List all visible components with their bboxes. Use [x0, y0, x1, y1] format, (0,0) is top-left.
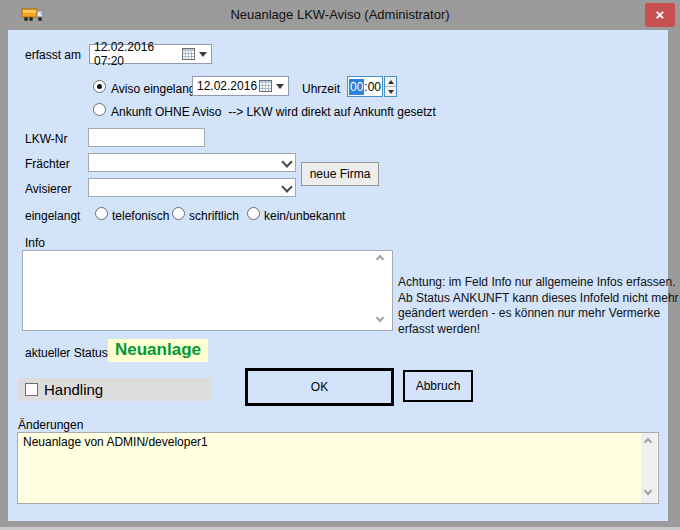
- chevron-down-icon: [281, 181, 292, 192]
- fraechter-label: Frächter: [25, 157, 70, 171]
- warning-line: erfasst werden!: [398, 322, 679, 338]
- spinner-down-button[interactable]: [385, 87, 396, 96]
- abbruch-button[interactable]: Abbruch: [403, 370, 473, 402]
- arrow-up-icon: [388, 80, 394, 84]
- aviso-date-picker[interactable]: 12.02.2016: [192, 76, 289, 96]
- spinner-up-button[interactable]: [385, 77, 396, 87]
- arrow-down-icon: [388, 90, 394, 94]
- window-title: Neuanlage LKW-Aviso (Administrator): [0, 0, 680, 30]
- radio-schriftlich[interactable]: [172, 207, 185, 220]
- radio-ankunft-ohne-aviso-label: Ankunft OHNE Aviso --> LKW wird direkt a…: [111, 105, 436, 119]
- ok-button[interactable]: OK: [245, 368, 394, 406]
- aviso-date-value: 12.02.2016: [197, 79, 257, 93]
- lkw-nr-input[interactable]: [88, 128, 205, 147]
- neue-firma-button[interactable]: neue Firma: [301, 162, 379, 186]
- warning-line: Ab Status ANKUNFT kann dieses Infofeld n…: [398, 291, 679, 307]
- lkw-nr-label: LKW-Nr: [25, 132, 67, 146]
- erfasst-am-value: 12.02.2016 07:20: [94, 40, 182, 68]
- close-button[interactable]: ×: [645, 3, 675, 27]
- radio-schriftlich-label: schriftlich: [189, 209, 239, 223]
- uhrzeit-hours[interactable]: 00: [349, 79, 364, 95]
- handling-label: Handling: [44, 381, 103, 398]
- warning-line: geändert werden - es können nur mehr Ver…: [398, 306, 679, 322]
- info-warning-text: Achtung: im Feld Info nur allgemeine Inf…: [398, 275, 679, 337]
- aktueller-status-label: aktueller Status: [25, 346, 108, 360]
- avisierer-combobox[interactable]: [88, 178, 296, 197]
- neue-firma-button-label: neue Firma: [310, 167, 371, 181]
- chevron-down-icon: [199, 52, 207, 57]
- radio-aviso-eingelangt-label: Aviso eingelangt: [111, 82, 199, 96]
- radio-kein-unbekannt-label: kein/unbekannt: [264, 209, 345, 223]
- avisierer-label: Avisierer: [25, 182, 71, 196]
- close-icon: ×: [656, 6, 665, 23]
- eingelangt-label: eingelangt: [25, 209, 80, 223]
- info-textarea[interactable]: [22, 250, 393, 331]
- aenderungen-textarea[interactable]: Neuanlage von ADMIN/developer1: [17, 432, 659, 504]
- abbruch-button-label: Abbruch: [416, 379, 461, 393]
- erfasst-am-label: erfasst am: [25, 48, 81, 62]
- uhrzeit-field[interactable]: 00:00: [347, 76, 383, 97]
- radio-kein-unbekannt[interactable]: [247, 207, 260, 220]
- radio-telefonisch-label: telefonisch: [112, 209, 169, 223]
- calendar-icon: [259, 80, 272, 92]
- calendar-icon: [182, 48, 195, 60]
- status-badge: Neuanlage: [108, 339, 208, 362]
- radio-aviso-eingelangt[interactable]: [93, 80, 106, 93]
- erfasst-am-datetime-picker[interactable]: 12.02.2016 07:20: [89, 44, 212, 64]
- uhrzeit-label: Uhrzeit: [302, 82, 340, 96]
- ok-button-label: OK: [311, 380, 328, 394]
- handling-checkbox[interactable]: [25, 383, 38, 396]
- uhrzeit-minutes[interactable]: 00: [368, 80, 381, 94]
- time-spinner[interactable]: [384, 76, 397, 97]
- info-label: Info: [25, 236, 45, 250]
- radio-ankunft-ohne-aviso[interactable]: [93, 103, 106, 116]
- chevron-down-icon: [276, 84, 284, 89]
- radio-telefonisch[interactable]: [95, 207, 108, 220]
- aenderungen-label: Änderungen: [18, 418, 83, 432]
- fraechter-combobox[interactable]: [88, 153, 296, 172]
- warning-line: Achtung: im Feld Info nur allgemeine Inf…: [398, 275, 679, 291]
- chevron-down-icon: [281, 156, 292, 167]
